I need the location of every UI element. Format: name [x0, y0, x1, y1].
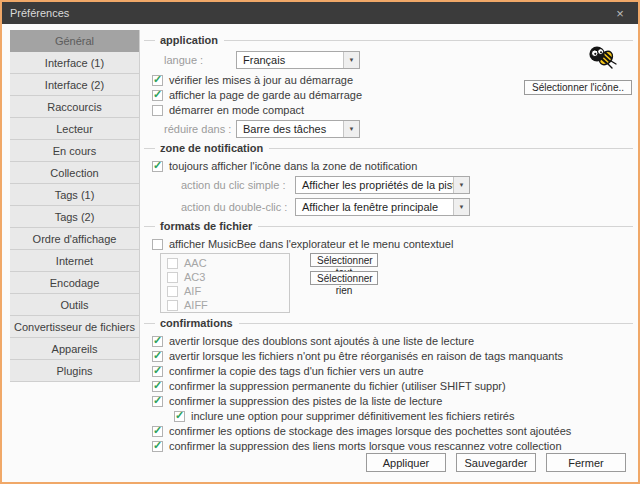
checkbox-row[interactable]: confirmer la copie des tags d'un fichier…: [152, 364, 633, 378]
checkbox-row[interactable]: confirmer les options de stockage des im…: [152, 424, 633, 438]
chevron-down-icon: ▼: [453, 199, 469, 215]
section-header: confirmations: [144, 317, 633, 329]
section-title: application: [160, 34, 218, 46]
dialog-title: Préférences: [10, 7, 69, 19]
checkbox[interactable]: [167, 272, 178, 283]
checkbox-label: AC3: [184, 271, 205, 283]
checkbox-row[interactable]: confirmer la suppression des pistes de l…: [152, 394, 633, 408]
minimize-to-dropdown[interactable]: Barre des tâches ▼: [236, 120, 360, 138]
checkbox-row[interactable]: confirmer la suppression permanente du f…: [152, 379, 633, 393]
sidebar-item-convertisseur-de-fichiers[interactable]: Convertisseur de fichiers: [10, 316, 139, 338]
format-item-ac3[interactable]: AC3: [167, 270, 287, 284]
content-panel: application: [140, 30, 633, 450]
format-item-aac[interactable]: AAC: [167, 256, 287, 270]
single-click-label: action du clic simple :: [181, 179, 295, 191]
sidebar-item-encodage[interactable]: Encodage: [10, 272, 139, 294]
select-none-button[interactable]: Sélectionner rien: [310, 271, 378, 285]
checkbox[interactable]: [152, 105, 163, 116]
explorer-integration-checkbox-row[interactable]: afficher MusicBee dans l'explorateur et …: [152, 237, 633, 251]
checkbox-row[interactable]: avertir lorsque les fichiers n'ont pu êt…: [152, 349, 633, 363]
sidebar-item-interface-2[interactable]: Interface (2): [10, 74, 139, 96]
checkbox-label: toujours afficher l'icône dans la zone d…: [169, 160, 417, 172]
header-rule-left: [144, 323, 155, 324]
single-click-row: action du clic simple : Afficher les pro…: [181, 176, 633, 194]
sidebar-item-tags-2[interactable]: Tags (2): [10, 206, 139, 228]
checkbox-row[interactable]: inclure une option pour supprimer défini…: [174, 409, 633, 423]
close-window-button[interactable]: ×: [602, 2, 638, 24]
language-label: langue :: [164, 54, 236, 66]
checkbox-label: AIFF: [184, 299, 208, 311]
sidebar-item-outils[interactable]: Outils: [10, 294, 139, 316]
checkbox-row[interactable]: démarrer en mode compact: [152, 103, 633, 117]
checkbox[interactable]: [152, 381, 163, 392]
chevron-down-icon: ▼: [453, 177, 469, 193]
sidebar-item-en-cours[interactable]: En cours: [10, 140, 139, 162]
checkbox[interactable]: [152, 426, 163, 437]
checkbox-row[interactable]: avertir lorsque des doublons sont ajouté…: [152, 334, 633, 348]
checkbox[interactable]: [152, 90, 163, 101]
checkbox[interactable]: [152, 441, 163, 452]
sidebar-item-lecteur[interactable]: Lecteur: [10, 118, 139, 140]
format-item-aiff[interactable]: AIFF: [167, 298, 287, 312]
sidebar-item-internet[interactable]: Internet: [10, 250, 139, 272]
section-notification: zone de notification toujours afficher l…: [144, 142, 633, 216]
always-show-tray-checkbox-row[interactable]: toujours afficher l'icône dans la zone d…: [152, 159, 633, 173]
preferences-dialog: Préférences × GénéralInterface (1)Interf…: [0, 0, 640, 484]
checkbox-label: confirmer la copie des tags d'un fichier…: [169, 365, 424, 377]
sidebar-item-tags-1[interactable]: Tags (1): [10, 184, 139, 206]
checkbox[interactable]: [167, 258, 178, 269]
section-application: application: [144, 34, 633, 138]
checkbox-row[interactable]: confirmer la suppression des liens morts…: [152, 439, 633, 453]
section-title: zone de notification: [160, 142, 263, 154]
language-dropdown[interactable]: Français ▼: [236, 51, 360, 69]
checkbox[interactable]: [167, 300, 178, 311]
checkbox[interactable]: [174, 411, 185, 422]
section-file-formats: formats de fichier afficher MusicBee dan…: [144, 220, 633, 313]
sidebar-item-ordre-d-affichage[interactable]: Ordre d'affichage: [10, 228, 139, 250]
sidebar-item-general[interactable]: Général: [10, 30, 139, 52]
section-header: zone de notification: [144, 142, 633, 154]
checkbox[interactable]: [152, 75, 163, 86]
double-click-label: action du double-clic :: [181, 201, 295, 213]
checkbox-label: confirmer les options de stockage des im…: [169, 425, 571, 437]
double-click-action-dropdown[interactable]: Afficher la fenêtre principale ▼: [295, 198, 470, 216]
double-click-value: Afficher la fenêtre principale: [296, 199, 444, 215]
select-all-button[interactable]: Sélectionner tout: [310, 253, 378, 267]
header-rule-left: [144, 148, 155, 149]
checkbox-label: afficher la page de garde au démarrage: [169, 89, 362, 101]
sidebar-item-collection[interactable]: Collection: [10, 162, 139, 184]
checkbox-label: AAC: [184, 257, 207, 269]
single-click-action-dropdown[interactable]: Afficher les propriétés de la piste ▼: [295, 176, 470, 194]
sidebar-item-appareils[interactable]: Appareils: [10, 338, 139, 360]
select-icon-button[interactable]: Sélectionner l'icône..: [524, 80, 632, 95]
checkbox[interactable]: [152, 239, 163, 250]
sidebar-item-raccourcis[interactable]: Raccourcis: [10, 96, 139, 118]
section-confirmations: confirmations avertir lorsque des doublo…: [144, 317, 633, 453]
checkbox-label: avertir lorsque des doublons sont ajouté…: [169, 335, 474, 347]
header-rule-right: [224, 40, 633, 41]
checkbox[interactable]: [152, 396, 163, 407]
chevron-down-icon: ▼: [343, 52, 359, 68]
sidebar-item-plugins[interactable]: Plugins: [10, 360, 139, 382]
section-header: application: [144, 34, 633, 46]
checkbox-label: confirmer la suppression des liens morts…: [169, 440, 562, 452]
checkbox-label: confirmer la suppression des pistes de l…: [169, 395, 442, 407]
section-title: formats de fichier: [160, 220, 252, 232]
checkbox-label: confirmer la suppression permanente du f…: [169, 380, 506, 392]
titlebar: Préférences ×: [2, 2, 638, 24]
checkbox[interactable]: [167, 286, 178, 297]
checkbox[interactable]: [152, 351, 163, 362]
apply-button[interactable]: Appliquer: [366, 453, 446, 472]
dialog-footer: Appliquer Sauvegarder Fermer: [2, 450, 638, 482]
minimize-to-label: réduire dans :: [164, 123, 236, 135]
close-button[interactable]: Fermer: [546, 453, 626, 472]
checkbox[interactable]: [152, 336, 163, 347]
sidebar-item-interface-1[interactable]: Interface (1): [10, 52, 139, 74]
save-button[interactable]: Sauvegarder: [456, 453, 536, 472]
checkbox[interactable]: [152, 366, 163, 377]
language-row: langue : Français ▼: [164, 51, 633, 69]
checkbox[interactable]: [152, 161, 163, 172]
format-list[interactable]: AACAC3AIFAIFF: [160, 253, 290, 313]
format-item-aif[interactable]: AIF: [167, 284, 287, 298]
sidebar: GénéralInterface (1)Interface (2)Raccour…: [10, 30, 140, 382]
